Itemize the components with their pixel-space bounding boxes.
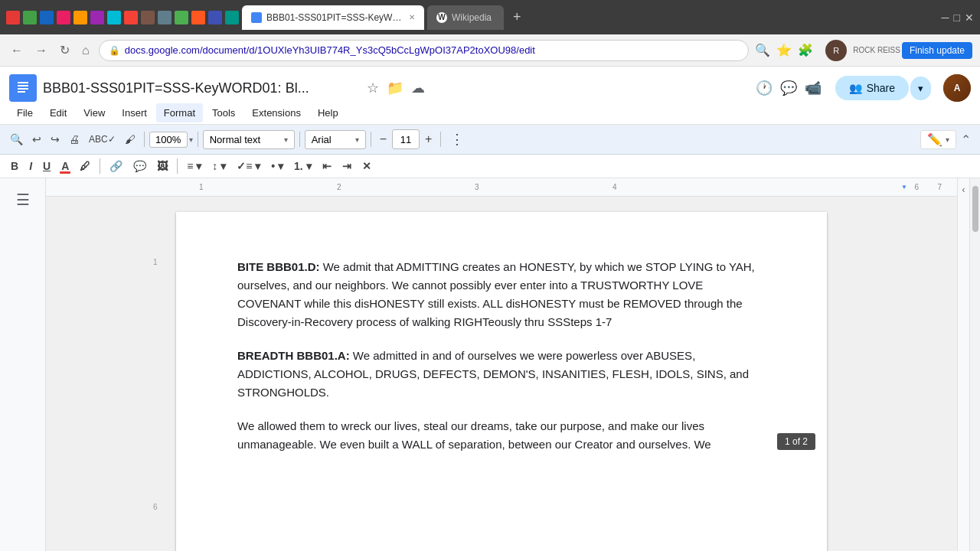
star-icon[interactable]: ☆ [367, 80, 379, 96]
image-btn[interactable]: 🖼 [152, 157, 172, 175]
favicon-10[interactable] [175, 11, 188, 24]
italic-btn[interactable]: I [24, 157, 37, 175]
search-toolbar-btn[interactable]: 🔍 [6, 130, 27, 148]
clear-format-btn[interactable]: ✕ [358, 157, 376, 175]
collapse-icon[interactable]: ‹ [962, 184, 965, 195]
browser-favicon-row [6, 11, 239, 24]
highlight-btn[interactable]: 🖊 [75, 157, 95, 175]
style-select[interactable]: Normal text ▾ [203, 130, 295, 149]
editing-mode-btn[interactable]: ✏️ ▾ [920, 130, 956, 149]
active-tab-title: BBB01-SSS01PIT=SSS-KeyWORD01: Bl... [266, 12, 404, 23]
forward-button[interactable]: → [32, 41, 51, 60]
docs-title: BBB01-SSS01PIT=SSS-KeyWORD01: Bl... [43, 80, 361, 96]
search-icon[interactable]: 🔍 [755, 43, 770, 57]
back-button[interactable]: ← [8, 41, 26, 60]
toolbar-collapse-btn[interactable]: ⌃ [958, 129, 974, 150]
style-dropdown-icon: ▾ [284, 135, 288, 144]
maximize-icon[interactable]: □ [954, 11, 960, 24]
svg-rect-2 [18, 85, 28, 86]
comment-format-btn[interactable]: 💬 [129, 157, 151, 175]
minimize-icon[interactable]: ─ [942, 11, 949, 24]
menu-edit[interactable]: Edit [42, 103, 74, 122]
share-button[interactable]: 👥 Share [835, 76, 909, 100]
favicon-11[interactable] [191, 11, 205, 24]
menu-tools[interactable]: Tools [204, 103, 243, 122]
extensions-icon[interactable]: 🧩 [798, 43, 813, 57]
finish-update-area: ROCK REISS Finish update [853, 42, 972, 59]
zoom-control[interactable]: 100% ▾ [149, 132, 193, 148]
doc-page: 1 6 BITE BBB01.D: We admit that ADMITTIN… [176, 212, 827, 551]
favicon-6[interactable] [107, 11, 121, 24]
zoom-dropdown-icon[interactable]: ▾ [189, 135, 193, 144]
user-avatar[interactable]: A [943, 74, 971, 102]
scrollbar-track[interactable] [969, 178, 980, 551]
favicon-1[interactable] [23, 11, 37, 24]
line-spacing-btn[interactable]: ↕ ▾ [207, 157, 230, 175]
menu-help[interactable]: Help [310, 103, 346, 122]
browser-chrome: BBB01-SSS01PIT=SSS-KeyWORD01: Bl... ✕ W … [0, 0, 980, 34]
favicon-13[interactable] [225, 11, 239, 24]
spell-check-btn[interactable]: ABC✓ [85, 131, 119, 148]
cloud-icon[interactable]: ☁ [411, 80, 425, 96]
font-size-input[interactable] [392, 129, 420, 149]
home-button[interactable]: ⌂ [79, 41, 93, 60]
scrollbar-thumb[interactable] [972, 186, 978, 232]
menu-extensions[interactable]: Extensions [244, 103, 309, 122]
more-options-btn[interactable]: ⋮ [446, 128, 469, 151]
indent-increase-btn[interactable]: ⇥ [338, 157, 356, 175]
active-tab-close[interactable]: ✕ [409, 13, 415, 21]
favicon-12[interactable] [208, 11, 222, 24]
redo-btn[interactable]: ↪ [47, 130, 64, 148]
favicon-3[interactable] [57, 11, 70, 24]
bold-btn[interactable]: B [6, 157, 23, 175]
doc-ruler: 1 2 3 4 6 7 ▼ [46, 178, 957, 197]
favicon-7[interactable] [124, 11, 138, 24]
favicon-2[interactable] [40, 11, 54, 24]
active-tab[interactable]: BBB01-SSS01PIT=SSS-KeyWORD01: Bl... ✕ [242, 5, 424, 30]
favicon-8[interactable] [141, 11, 155, 24]
bullet-list-btn[interactable]: • ▾ [266, 157, 288, 175]
history-icon[interactable]: 🕐 [756, 80, 773, 96]
folder-icon[interactable]: 📁 [387, 80, 403, 96]
align-btn[interactable]: ≡ ▾ [182, 157, 206, 175]
link-btn[interactable]: 🔗 [105, 157, 127, 175]
svg-rect-3 [18, 88, 28, 90]
doc-scroll-area[interactable]: 1 6 BITE BBB01.D: We admit that ADMITTIN… [46, 197, 957, 551]
indent-decrease-btn[interactable]: ⇤ [318, 157, 336, 175]
right-collapse-panel[interactable]: ‹ [957, 178, 969, 551]
favicon-4[interactable] [74, 11, 87, 24]
menu-view[interactable]: View [76, 103, 113, 122]
bite-header: BITE BBB01.D: [237, 260, 320, 273]
paint-format-btn[interactable]: 🖌 [121, 130, 139, 148]
underline-btn[interactable]: U [38, 157, 55, 175]
checklist-btn[interactable]: ✓≡ ▾ [232, 157, 265, 175]
menu-format[interactable]: Format [156, 103, 203, 122]
video-icon[interactable]: 📹 [805, 80, 822, 96]
bookmark-icon[interactable]: ⭐ [776, 43, 792, 57]
security-icon: 🔒 [109, 45, 120, 56]
font-size-increase-btn[interactable]: + [421, 131, 436, 148]
profile-avatar[interactable]: R [825, 40, 847, 61]
refresh-button[interactable]: ↻ [57, 40, 73, 60]
close-window-icon[interactable]: ✕ [965, 11, 974, 24]
share-expand-button[interactable]: ▾ [910, 77, 931, 100]
numbered-list-btn[interactable]: 1. ▾ [289, 157, 316, 175]
address-bar[interactable]: 🔒 docs.google.com/document/d/1OUXleYh3UI… [99, 40, 750, 61]
menu-insert[interactable]: Insert [114, 103, 155, 122]
new-tab-button[interactable]: + [507, 6, 528, 28]
undo-btn[interactable]: ↩ [28, 130, 45, 148]
page-badge: 1 of 2 [777, 433, 815, 450]
style-value: Normal text [210, 134, 260, 145]
favicon-9[interactable] [158, 11, 172, 24]
finish-update-button[interactable]: Finish update [902, 42, 972, 59]
favicon-gmail[interactable] [6, 11, 20, 24]
wiki-tab[interactable]: W Wikipedia [427, 5, 504, 30]
font-select[interactable]: Arial ▾ [305, 130, 366, 149]
outline-icon[interactable]: ☰ [11, 186, 34, 214]
favicon-5[interactable] [90, 11, 104, 24]
comment-icon[interactable]: 💬 [780, 80, 797, 96]
font-size-decrease-btn[interactable]: − [376, 131, 390, 148]
print-btn[interactable]: 🖨 [65, 130, 83, 148]
text-color-btn[interactable]: A [57, 157, 74, 175]
menu-file[interactable]: File [9, 103, 41, 122]
